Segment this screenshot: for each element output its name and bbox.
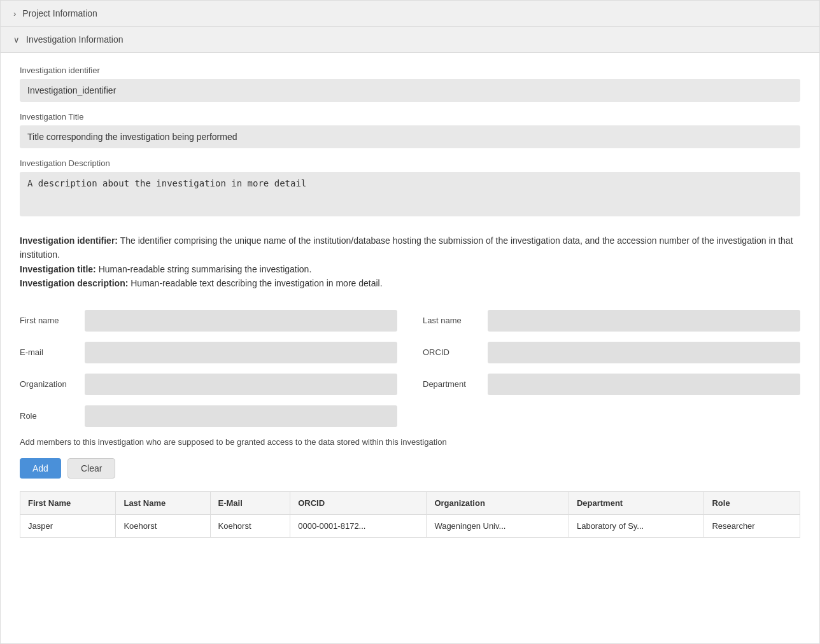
investigation-section-body: Investigation identifier Investigation T… bbox=[1, 53, 819, 557]
members-table: First Name Last Name E-Mail ORCID Organi… bbox=[20, 491, 800, 538]
col-email: E-Mail bbox=[210, 491, 290, 514]
desc-text: Human-readable text describing the inves… bbox=[128, 278, 382, 288]
email-row: E-mail bbox=[20, 342, 397, 363]
project-chevron-icon: › bbox=[13, 9, 16, 18]
col-department: Department bbox=[569, 491, 704, 514]
organization-row: Organization bbox=[20, 374, 397, 395]
identifier-desc-text: The identifier comprising the unique nam… bbox=[20, 235, 793, 260]
department-row: Department bbox=[423, 374, 800, 395]
department-input[interactable] bbox=[488, 374, 800, 395]
last-name-row: Last name bbox=[423, 310, 800, 332]
investigation-description-group: Investigation Description A description … bbox=[20, 158, 800, 218]
members-note: Add members to this investigation who ar… bbox=[20, 437, 800, 447]
clear-button[interactable]: Clear bbox=[67, 458, 115, 479]
desc-label: Investigation description: bbox=[20, 278, 128, 288]
investigation-identifier-label: Investigation identifier bbox=[20, 66, 800, 75]
role-label: Role bbox=[20, 411, 77, 421]
table-header-row: First Name Last Name E-Mail ORCID Organi… bbox=[20, 491, 800, 514]
role-row: Role bbox=[20, 405, 397, 427]
first-name-label: First name bbox=[20, 316, 77, 325]
last-name-input[interactable] bbox=[488, 310, 800, 332]
organization-label: Organization bbox=[20, 379, 77, 389]
col-orcid: ORCID bbox=[290, 491, 427, 514]
col-role: Role bbox=[704, 491, 800, 514]
role-input[interactable] bbox=[85, 405, 397, 427]
title-desc-label: Investigation title: bbox=[20, 264, 96, 274]
investigation-identifier-group: Investigation identifier bbox=[20, 66, 800, 102]
orcid-label: ORCID bbox=[423, 347, 480, 357]
organization-input[interactable] bbox=[85, 374, 397, 395]
col-organization: Organization bbox=[427, 491, 569, 514]
project-information-header[interactable]: › Project Information bbox=[1, 1, 819, 27]
action-buttons: Add Clear bbox=[20, 458, 800, 479]
table-row: JasperKoehorstKoehorst0000-0001-8172...W… bbox=[20, 514, 800, 537]
investigation-identifier-input[interactable] bbox=[20, 79, 800, 102]
identifier-desc-label: Investigation identifier: bbox=[20, 235, 118, 246]
investigation-information-header[interactable]: ∨ Investigation Information bbox=[1, 27, 819, 53]
first-name-row: First name bbox=[20, 310, 397, 332]
first-name-input[interactable] bbox=[85, 310, 397, 332]
member-form: First name Last name E-mail ORCID Organi… bbox=[20, 310, 800, 427]
project-information-label: Project Information bbox=[22, 8, 97, 18]
orcid-row: ORCID bbox=[423, 342, 800, 363]
email-input[interactable] bbox=[85, 342, 397, 363]
orcid-input[interactable] bbox=[488, 342, 800, 363]
department-label: Department bbox=[423, 379, 480, 389]
investigation-chevron-icon: ∨ bbox=[13, 35, 20, 45]
email-label: E-mail bbox=[20, 347, 77, 357]
description-block: Investigation identifier: The identifier… bbox=[20, 234, 800, 291]
add-button[interactable]: Add bbox=[20, 458, 61, 479]
title-desc-text: Human-readable string summarising the in… bbox=[96, 264, 312, 274]
col-last-name: Last Name bbox=[116, 491, 210, 514]
investigation-title-label: Investigation Title bbox=[20, 112, 800, 122]
investigation-description-label: Investigation Description bbox=[20, 158, 800, 168]
investigation-information-label: Investigation Information bbox=[26, 34, 124, 45]
investigation-description-input[interactable]: A description about the investigation in… bbox=[20, 172, 800, 216]
last-name-label: Last name bbox=[423, 316, 480, 325]
investigation-title-group: Investigation Title bbox=[20, 112, 800, 148]
investigation-title-input[interactable] bbox=[20, 125, 800, 148]
col-first-name: First Name bbox=[20, 491, 116, 514]
